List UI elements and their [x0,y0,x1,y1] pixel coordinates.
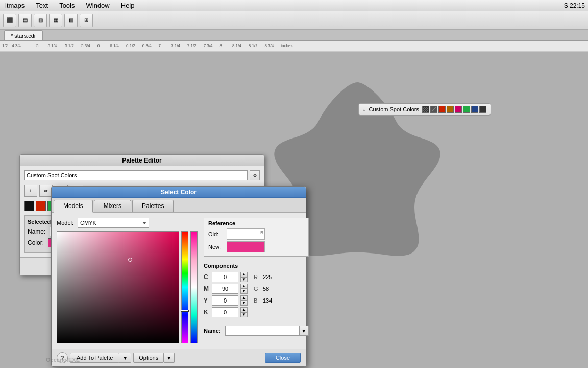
document-tab[interactable]: * stars.cdr [4,30,43,40]
palette-name-input[interactable] [24,170,248,180]
name-label: Name: [204,328,221,334]
options-btn[interactable]: Options [133,353,164,363]
selected-name-label: Name: [28,228,45,235]
palette-add-btn[interactable]: + [24,185,37,197]
r-value: 225 [263,274,272,280]
m-spin-up[interactable]: ▲ [240,284,248,289]
tab-mixers[interactable]: Mixers [94,200,131,212]
b-label: B [254,297,261,304]
menu-tools[interactable]: Tools [57,2,77,9]
k-spin-down[interactable]: ▼ [240,312,248,317]
swatch-pink[interactable] [455,106,462,113]
toolbar-btn-5[interactable]: ▧ [64,14,78,27]
name-dropdown-btn[interactable]: ▼ [300,326,309,336]
spot-colors-swatches [422,106,486,113]
hue-indicator [181,310,189,312]
palette-name-row: ⚙ [24,170,260,180]
options-arrow-btn[interactable]: ▼ [164,353,175,363]
hue-slider[interactable] [181,231,188,343]
tab-models[interactable]: Models [54,200,93,213]
swatch-grid[interactable] [422,106,429,113]
toolbar-btn-3[interactable]: ▥ [34,14,47,27]
toolbar: ⬛ ▤ ▥ ▦ ▧ ⊞ [0,11,588,30]
b-value: 134 [263,297,272,304]
menu-text[interactable]: Text [34,2,50,9]
spot-colors-title: Custom Spot Colors [369,106,419,112]
k-spin-up[interactable]: ▲ [240,307,248,312]
toolbar-btn-1[interactable]: ⬛ [3,14,16,27]
k-row: K ▲ ▼ [204,307,309,317]
add-palette-arrow-btn[interactable]: ▼ [119,353,131,363]
color-gradient [57,232,179,343]
palette-settings-btn[interactable]: ⚙ [250,170,260,180]
g-label: G [254,286,261,292]
ref-new-box [227,241,265,252]
components-section: Components C ▲ ▼ R 225 [204,261,309,319]
m-spin-down[interactable]: ▼ [240,289,248,294]
m-label: M [204,285,210,292]
name-input[interactable] [225,326,300,336]
g-value: 58 [263,286,269,292]
watermark: OceanofEXE [46,357,80,363]
sc-left: Model: CMYK RGB HSB [57,218,198,343]
c-spin-down[interactable]: ▼ [240,277,248,282]
k-spinner: ▲ ▼ [240,307,248,317]
name-section: Name: ▼ [204,326,309,336]
select-color-title: Select Color [161,189,197,196]
selected-color-label: Color: [28,239,44,246]
swatch-orange[interactable] [447,106,454,113]
palette-swatch-black[interactable] [24,201,34,211]
select-color-titlebar: Select Color [52,187,306,198]
select-color-dialog: Select Color Models Mixers Palettes Mode… [51,186,306,367]
model-select[interactable]: CMYK RGB HSB [78,218,149,228]
menu-help[interactable]: Help [119,2,137,9]
close-btn[interactable]: Close [265,353,301,363]
y-input[interactable] [212,295,238,306]
ref-new-row: New: [208,241,304,252]
reference-title: Reference [208,220,304,226]
menubar: itmaps Text Tools Window Help S 22:15 [0,0,588,11]
ref-old-letter: B [260,230,263,235]
color-picker-area[interactable] [57,231,179,343]
sc-right: Reference Old: B New: Components [204,218,309,343]
menu-window[interactable]: Window [84,2,112,9]
swatch-red[interactable] [438,106,446,113]
menu-bitmaps[interactable]: itmaps [3,2,27,9]
model-row: Model: CMYK RGB HSB [57,218,198,228]
palette-editor-title: Palette Editor [122,157,161,164]
options-group: Options ▼ [133,353,175,363]
toolbar-btn-6[interactable]: ⊞ [80,14,93,27]
m-input[interactable] [212,284,238,294]
y-label: Y [204,297,210,304]
ref-old-box: B [227,228,265,240]
palette-swatch-red[interactable] [36,201,46,211]
y-spin-up[interactable]: ▲ [240,295,248,301]
m-row: M ▲ ▼ G 58 [204,284,309,294]
sc-tabs: Models Mixers Palettes [52,198,306,213]
k-input[interactable] [212,307,238,317]
toolbar-btn-4[interactable]: ▦ [49,14,62,27]
c-spin-up[interactable]: ▲ [240,272,248,277]
y-row: Y ▲ ▼ B 134 [204,295,309,306]
tabbar: * stars.cdr [0,30,588,41]
sat-slider[interactable] [190,231,198,343]
picker-row [57,231,198,343]
swatch-dark[interactable] [479,106,486,113]
c-row: C ▲ ▼ R 225 [204,272,309,282]
c-input[interactable] [212,272,238,282]
swatch-x[interactable] [430,106,437,113]
y-spinner: ▲ ▼ [240,295,248,306]
sc-body: Model: CMYK RGB HSB [52,213,306,349]
spot-colors-panel: ○ Custom Spot Colors [358,103,491,116]
swatch-green[interactable] [463,106,470,113]
tab-palettes[interactable]: Palettes [132,200,174,212]
reference-section: Reference Old: B New: [204,218,309,257]
m-spinner: ▲ ▼ [240,284,248,294]
toolbar-btn-2[interactable]: ▤ [18,14,32,27]
canvas-area: ○ Custom Spot Colors Palette Editor ⚙ [0,52,588,368]
y-spin-down[interactable]: ▼ [240,301,248,306]
spot-colors-radio[interactable]: ○ [363,107,366,112]
swatch-blue[interactable] [471,106,478,113]
palette-editor-titlebar: Palette Editor [20,155,264,166]
model-label: Model: [57,220,74,226]
